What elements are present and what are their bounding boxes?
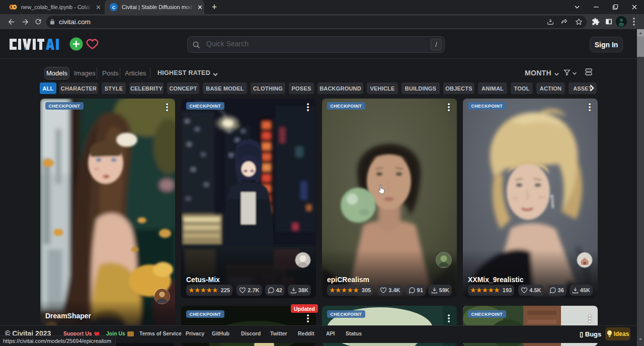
svg-text:C: C <box>112 5 116 10</box>
